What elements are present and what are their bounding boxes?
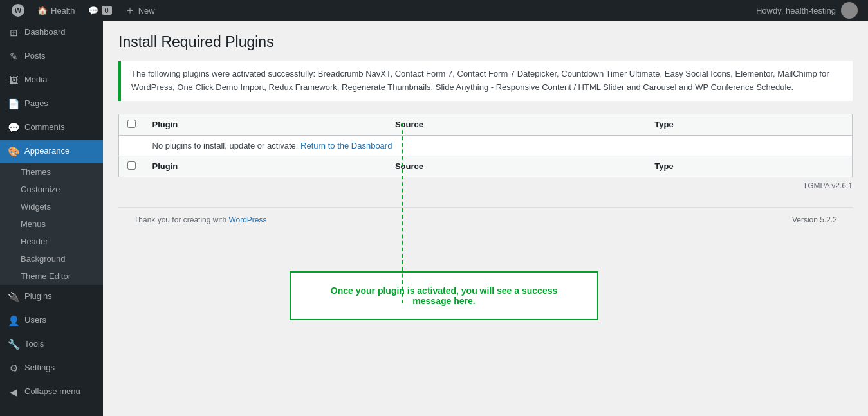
- users-icon: 👤: [8, 314, 19, 327]
- return-dashboard-link[interactable]: Return to the Dashboard: [300, 141, 392, 150]
- appearance-icon: 🎨: [8, 145, 19, 158]
- footer-thank-you-text: Thank you for creating with: [134, 215, 228, 224]
- tgmpa-version-text: TGMPA v2.6.1: [803, 181, 853, 190]
- sidebar-item-dashboard[interactable]: ⊞ Dashboard: [0, 21, 103, 44]
- submenu-themes[interactable]: Themes: [0, 163, 103, 181]
- posts-icon: ✎: [8, 50, 19, 63]
- new-label: New: [138, 6, 155, 15]
- sidebar-item-appearance[interactable]: 🎨 Appearance: [0, 140, 103, 163]
- user-avatar: [841, 2, 858, 19]
- footer-thank-you: Thank you for creating with WordPress: [134, 215, 267, 224]
- connector-line: [402, 123, 403, 303]
- submenu-menus[interactable]: Menus: [0, 215, 103, 233]
- tgmpa-version: TGMPA v2.6.1: [118, 177, 853, 194]
- sidebar-item-tools[interactable]: 🔧 Tools: [0, 332, 103, 356]
- page-title: Install Required Plugins: [118, 33, 853, 51]
- sidebar-item-collapse[interactable]: ◀ Collapse menu: [0, 380, 103, 404]
- sidebar-label-settings: Settings: [24, 362, 55, 374]
- comment-count: 0: [102, 6, 112, 15]
- col-footer-plugin: Plugin: [145, 156, 387, 177]
- submenu-theme-editor[interactable]: Theme Editor: [0, 267, 103, 285]
- table-footer-row: Plugin Source Type: [119, 156, 853, 177]
- new-menu-item[interactable]: ＋ New: [118, 0, 162, 21]
- col-header-plugin: Plugin: [145, 114, 387, 135]
- footer-wordpress-link[interactable]: WordPress: [228, 215, 266, 224]
- sidebar-label-users: Users: [24, 314, 46, 326]
- sidebar-item-pages[interactable]: 📄 Pages: [0, 92, 103, 116]
- activation-notice: The following plugins were activated suc…: [118, 61, 853, 101]
- sidebar-label-collapse: Collapse menu: [24, 386, 80, 397]
- table-header-row: Plugin Source Type: [119, 114, 853, 135]
- dashboard-icon: ⊞: [8, 26, 19, 39]
- sidebar-label-appearance: Appearance: [24, 145, 69, 157]
- tools-icon: 🔧: [8, 338, 19, 351]
- media-icon: 🖼: [8, 73, 19, 87]
- home-icon: 🏠: [37, 6, 48, 15]
- col-footer-source: Source: [387, 156, 647, 177]
- wp-logo-icon: W: [12, 4, 24, 17]
- plugins-table: Plugin Source Type No plugins to install…: [118, 114, 853, 177]
- sidebar-label-tools: Tools: [24, 338, 44, 350]
- pages-icon: 📄: [8, 97, 19, 111]
- sidebar-item-plugins[interactable]: 🔌 Plugins: [0, 285, 103, 309]
- submenu-customize[interactable]: Customize: [0, 181, 103, 198]
- no-plugins-text: No plugins to install, update or activat…: [152, 141, 299, 150]
- select-all-checkbox[interactable]: [127, 120, 136, 128]
- sidebar-label-pages: Pages: [24, 98, 48, 109]
- sidebar-item-users[interactable]: 👤 Users: [0, 309, 103, 332]
- settings-icon: ⚙: [8, 361, 19, 375]
- wp-logo-item[interactable]: W: [5, 0, 31, 21]
- health-menu-item[interactable]: 🏠 Health: [31, 0, 82, 21]
- col-header-source: Source: [387, 114, 647, 135]
- page-footer: Thank you for creating with WordPress Ve…: [118, 207, 853, 232]
- appearance-submenu: Themes Customize Widgets Menus Header Ba…: [0, 163, 103, 285]
- sidebar-label-dashboard: Dashboard: [24, 26, 66, 38]
- select-all-footer-checkbox[interactable]: [127, 161, 136, 170]
- sidebar-label-comments: Comments: [24, 122, 65, 133]
- sidebar-item-settings[interactable]: ⚙ Settings: [0, 356, 103, 380]
- sidebar: ⊞ Dashboard ✎ Posts 🖼 Media 📄 Pages 💬 Co…: [0, 21, 103, 416]
- col-footer-checkbox: [119, 156, 145, 177]
- main-content: Install Required Plugins The following p…: [103, 21, 868, 416]
- sidebar-item-posts[interactable]: ✎ Posts: [0, 44, 103, 68]
- comments-icon: 💬: [8, 121, 19, 134]
- no-plugins-checkbox-cell: [119, 135, 145, 156]
- no-plugins-row: No plugins to install, update or activat…: [119, 135, 853, 156]
- sidebar-item-media[interactable]: 🖼 Media: [0, 68, 103, 92]
- no-plugins-cell: No plugins to install, update or activat…: [145, 135, 853, 156]
- plugin-callout: Once your plugin is activated, you will …: [290, 271, 598, 320]
- admin-bar: W 🏠 Health 💬 0 ＋ New Howdy, health-testi…: [0, 0, 868, 21]
- howdy-label: Howdy, health-testing: [756, 6, 836, 15]
- col-header-checkbox: [119, 114, 145, 135]
- sidebar-label-media: Media: [24, 74, 47, 86]
- health-label: Health: [51, 6, 75, 15]
- sidebar-label-plugins: Plugins: [24, 291, 52, 302]
- plus-icon: ＋: [125, 4, 135, 17]
- footer-version: Version 5.2.2: [792, 215, 837, 224]
- sidebar-label-posts: Posts: [24, 50, 46, 62]
- col-header-type: Type: [647, 114, 852, 135]
- notice-prefix: The following plugins were activated suc…: [131, 69, 318, 78]
- submenu-header[interactable]: Header: [0, 233, 103, 250]
- col-footer-type: Type: [647, 156, 852, 177]
- sidebar-item-comments[interactable]: 💬 Comments: [0, 116, 103, 140]
- collapse-icon: ◀: [8, 385, 19, 399]
- comments-menu-item[interactable]: 💬 0: [82, 0, 118, 21]
- submenu-background[interactable]: Background: [0, 250, 103, 267]
- comment-icon: 💬: [88, 6, 98, 15]
- plugins-icon: 🔌: [8, 290, 19, 303]
- callout-message: Once your plugin is activated, you will …: [310, 285, 578, 306]
- submenu-widgets[interactable]: Widgets: [0, 198, 103, 215]
